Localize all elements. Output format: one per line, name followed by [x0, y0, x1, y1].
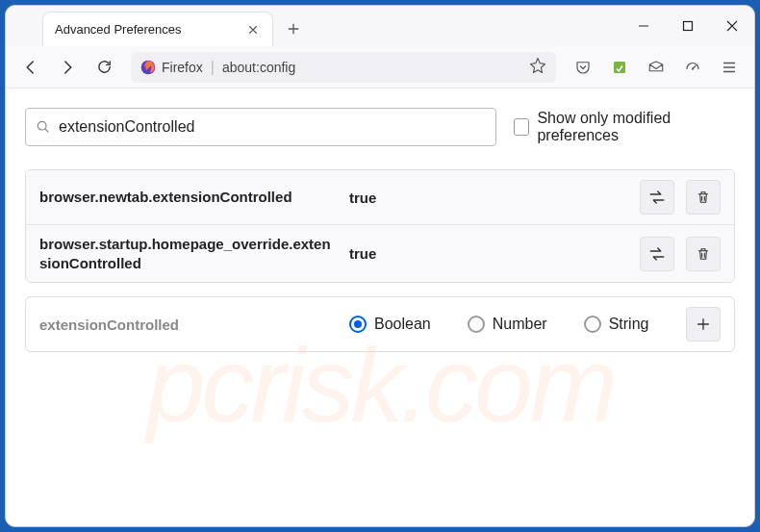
checkbox-icon[interactable] [514, 118, 529, 136]
radio-label: String [609, 316, 649, 333]
minimize-button[interactable] [621, 6, 666, 46]
svg-point-4 [38, 121, 46, 130]
browser-tab[interactable]: Advanced Preferences [42, 12, 273, 46]
close-window-button[interactable] [710, 6, 754, 46]
close-tab-icon[interactable] [245, 22, 261, 38]
modified-only-checkbox[interactable]: Show only modified preferences [514, 110, 735, 144]
forward-button[interactable] [52, 52, 83, 83]
url-text: about:config [222, 60, 521, 75]
preference-list: browser.newtab.extensionControlled true … [25, 169, 735, 283]
search-row: Show only modified preferences [25, 108, 735, 146]
tab-title: Advanced Preferences [55, 22, 245, 37]
browser-toolbar: Firefox | about:config [6, 46, 754, 89]
preference-row: browser.startup.homepage_override.extens… [26, 224, 734, 282]
new-preference-name: extensionControlled [39, 317, 338, 333]
checkbox-label: Show only modified preferences [537, 110, 735, 144]
window-controls [621, 6, 754, 46]
search-box[interactable] [25, 108, 496, 146]
titlebar: Advanced Preferences [6, 6, 754, 46]
toggle-button[interactable] [640, 237, 674, 271]
menu-icon[interactable] [714, 52, 745, 83]
back-button[interactable] [15, 52, 46, 83]
radio-label: Boolean [374, 316, 431, 333]
radio-icon [468, 316, 485, 333]
preference-row: browser.newtab.extensionControlled true [26, 170, 734, 224]
page-content: pcrisk.com Show only modified preference… [6, 89, 754, 526]
svg-point-3 [692, 67, 694, 69]
add-button[interactable] [686, 307, 721, 342]
radio-number[interactable]: Number [468, 316, 547, 333]
search-input[interactable] [59, 118, 486, 136]
preference-value: true [349, 190, 628, 206]
new-tab-button[interactable] [279, 14, 308, 43]
extension-icon[interactable] [604, 52, 635, 83]
radio-string[interactable]: String [584, 316, 649, 333]
search-icon [36, 119, 51, 135]
brand-label: Firefox [162, 60, 203, 75]
urlbar-separator: | [211, 59, 215, 76]
firefox-icon [140, 60, 156, 75]
radio-label: Number [493, 316, 547, 333]
delete-button[interactable] [686, 237, 721, 271]
mail-icon[interactable] [641, 52, 671, 83]
delete-button[interactable] [686, 180, 721, 215]
preference-value: true [349, 245, 628, 262]
radio-icon [584, 316, 601, 333]
svg-rect-0 [684, 22, 693, 31]
radio-icon [349, 316, 367, 333]
toolbar-right [568, 52, 745, 83]
bookmark-star-icon[interactable] [529, 57, 546, 78]
browser-window: Advanced Preferences Firefox [6, 6, 754, 526]
maximize-button[interactable] [666, 6, 710, 46]
reload-button[interactable] [89, 52, 119, 83]
firefox-brand: Firefox [140, 60, 203, 75]
toggle-button[interactable] [640, 180, 674, 215]
radio-boolean[interactable]: Boolean [349, 316, 431, 333]
preference-name: browser.startup.homepage_override.extens… [39, 235, 338, 272]
svg-rect-2 [614, 62, 625, 73]
preference-name: browser.newtab.extensionControlled [39, 188, 338, 207]
new-preference-row: extensionControlled Boolean Number Strin… [25, 296, 735, 352]
type-radio-group: Boolean Number String [349, 316, 674, 333]
url-bar[interactable]: Firefox | about:config [131, 52, 556, 83]
pocket-icon[interactable] [568, 52, 598, 83]
dashboard-icon[interactable] [677, 52, 708, 83]
